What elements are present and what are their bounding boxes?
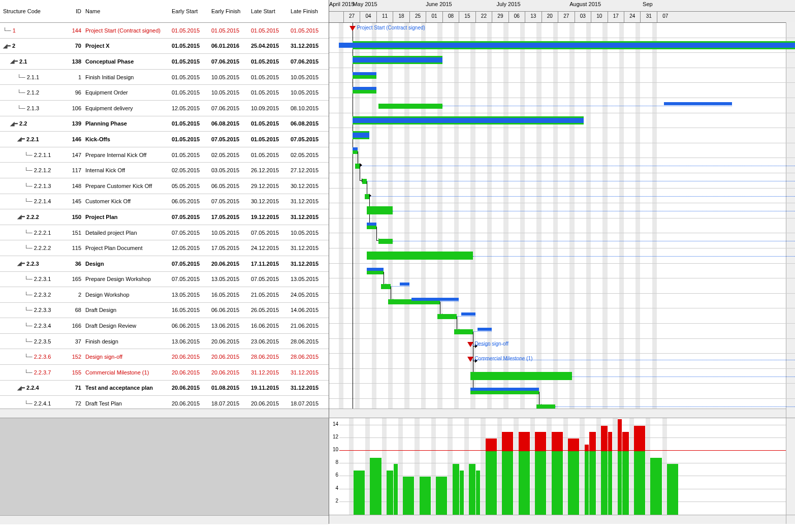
histogram-bar[interactable] (552, 432, 563, 515)
table-row[interactable]: └─ 2.2.3.22Design Workshop13.05.201516.0… (0, 287, 329, 303)
float-line (473, 331, 492, 332)
table-row[interactable]: ◢━ 2.2.2150Project Plan07.05.201517.05.2… (0, 209, 329, 225)
late-bar (353, 118, 584, 123)
table-row[interactable]: └─ 2.2.2.2115Project Plan Document12.05.… (0, 240, 329, 256)
table-row[interactable]: ◢━ 2.2.1146Kick-Offs01.05.201507.05.2015… (0, 132, 329, 147)
table-row[interactable]: ◢━ 2.1138Conceptual Phase01.05.201507.06… (0, 54, 329, 70)
table-row[interactable]: ◢━ 2.2139Planning Phase01.05.201506.08.2… (0, 116, 329, 132)
late-bar (353, 72, 376, 75)
gantt-timescale[interactable]: April 2015May 2015June 2015July 2015Augu… (329, 0, 795, 23)
histogram-bar[interactable] (535, 432, 546, 515)
histogram-area[interactable]: 2468101214 (339, 418, 786, 515)
col-header-name[interactable]: Name (83, 8, 170, 14)
histogram-bar[interactable] (634, 426, 645, 515)
gantt-vscrollbar[interactable] (786, 22, 795, 418)
histogram-bar[interactable] (667, 464, 678, 515)
table-row[interactable]: └─ 2.2.1.4145Customer Kick Off06.05.2015… (0, 194, 329, 210)
histogram-ytick: 8 (329, 459, 338, 465)
summary-bar[interactable] (367, 206, 393, 214)
col-header-structure[interactable]: Structure Code (0, 8, 64, 14)
histogram-bar[interactable] (519, 432, 530, 515)
table-row[interactable]: └─ 2.2.3.368Draft Design16.05.201506.06.… (0, 303, 329, 319)
histogram-bar[interactable] (568, 439, 579, 515)
col-header-latestart[interactable]: Late Start (249, 8, 289, 14)
task-bar[interactable] (355, 164, 360, 169)
histogram-bar[interactable] (420, 477, 431, 515)
histogram-bar[interactable] (469, 464, 475, 515)
late-bar (367, 268, 383, 271)
col-header-id[interactable]: ID (64, 8, 83, 14)
histogram-vscrollbar[interactable] (786, 418, 795, 515)
summary-bar[interactable] (367, 252, 473, 260)
histogram-bar[interactable] (622, 432, 629, 515)
task-table-hscrollbar[interactable] (0, 409, 329, 418)
table-row[interactable]: └─ 2.2.1.2117Internal Kick Off02.05.2015… (0, 163, 329, 178)
histogram-bar[interactable] (354, 471, 365, 515)
table-row[interactable]: └─ 2.2.3.4166Draft Design Review06.06.20… (0, 318, 329, 334)
week-label: 27 (343, 11, 360, 22)
task-table-header: Structure Code ID Name Early Start Early… (0, 0, 329, 23)
histogram-bar[interactable] (476, 471, 480, 515)
dependency-arrow-icon (360, 163, 362, 167)
task-bar[interactable] (378, 104, 442, 109)
histogram-bar[interactable] (403, 477, 414, 515)
task-bar[interactable] (381, 284, 391, 289)
table-row[interactable]: ◢━ 2.2.336Design07.05.201520.06.201517.1… (0, 256, 329, 272)
task-bar[interactable] (365, 194, 369, 199)
task-bar[interactable] (378, 239, 393, 244)
week-label: 03 (575, 11, 591, 22)
histogram-ytick: 6 (329, 472, 338, 478)
histogram-ytick: 14 (329, 421, 338, 427)
table-row[interactable]: └─ 2.2.2.1151Detailed project Plan07.05.… (0, 225, 329, 241)
histogram-bar[interactable] (585, 445, 589, 515)
histogram-left-hscrollbar[interactable] (0, 515, 329, 524)
histogram-bar[interactable] (608, 432, 612, 515)
histogram-bar[interactable] (370, 458, 381, 515)
summary-bar[interactable] (470, 372, 572, 380)
histogram-bar[interactable] (502, 432, 513, 515)
histogram-bar[interactable] (453, 464, 459, 515)
histogram-hscrollbar[interactable] (329, 515, 786, 524)
histogram-bar[interactable] (589, 432, 596, 515)
table-row[interactable]: └─ 2.2.4.172Draft Test Plan20.06.201518.… (0, 396, 329, 409)
table-row[interactable]: └─ 2.1.296Equipment Order01.05.201510.05… (0, 85, 329, 101)
week-label: 22 (475, 11, 492, 22)
col-header-latefinish[interactable]: Late Finish (289, 8, 328, 14)
table-row[interactable]: └─ 2.2.3.537Finish design13.06.201520.06… (0, 334, 329, 350)
float-line (391, 286, 409, 287)
histogram-bar[interactable] (436, 477, 447, 515)
histogram-ytick: 2 (329, 498, 338, 504)
gantt-area[interactable]: Project Start (Contract signed)Design si… (329, 23, 795, 409)
histogram-bar[interactable] (601, 426, 608, 515)
histogram-bar[interactable] (618, 419, 622, 515)
table-row[interactable]: ◢━ 2.2.471Test and acceptance plan20.06.… (0, 381, 329, 396)
milestone-icon[interactable] (349, 26, 356, 31)
float-line (393, 211, 795, 211)
late-bar (353, 57, 442, 62)
table-row[interactable]: └─ 2.1.3106Equipment delivery12.05.20150… (0, 101, 329, 116)
histogram-bar[interactable] (650, 458, 661, 515)
float-line (555, 406, 795, 407)
col-header-earlyfinish[interactable]: Early Finish (209, 8, 249, 14)
table-row[interactable]: └─ 2.2.1.1147Prepare Internal Kick Off01… (0, 147, 329, 163)
table-row[interactable]: └─ 2.1.11Finish Initial Design01.05.2015… (0, 70, 329, 85)
week-label: 01 (426, 11, 442, 22)
milestone-icon[interactable] (467, 357, 473, 362)
task-bar[interactable] (454, 329, 473, 334)
task-bar[interactable] (536, 404, 555, 409)
table-row[interactable]: └─ 2.2.3.7155Commercial Milestone (1)20.… (0, 365, 329, 381)
table-row[interactable]: └─ 2.2.1.3148Prepare Customer Kick Off05… (0, 178, 329, 194)
gantt-hscrollbar[interactable] (329, 409, 795, 418)
task-bar[interactable] (437, 314, 456, 319)
table-row[interactable]: ◢━ 270Project X01.05.201506.01.201625.04… (0, 39, 329, 54)
table-row[interactable]: └─ 2.2.3.1165Prepare Design Workshop07.0… (0, 272, 329, 288)
task-bar[interactable] (362, 179, 367, 184)
milestone-icon[interactable] (467, 342, 473, 347)
table-row[interactable]: └─ 1144Project Start (Contract signed)01… (0, 23, 329, 39)
col-header-earlystart[interactable]: Early Start (170, 8, 209, 14)
histogram-bar[interactable] (394, 464, 398, 515)
histogram-bar[interactable] (387, 471, 393, 515)
histogram-bar[interactable] (486, 439, 497, 515)
table-row[interactable]: └─ 2.2.3.6152Design sign-off20.06.201520… (0, 349, 329, 365)
histogram-bar[interactable] (460, 471, 464, 515)
